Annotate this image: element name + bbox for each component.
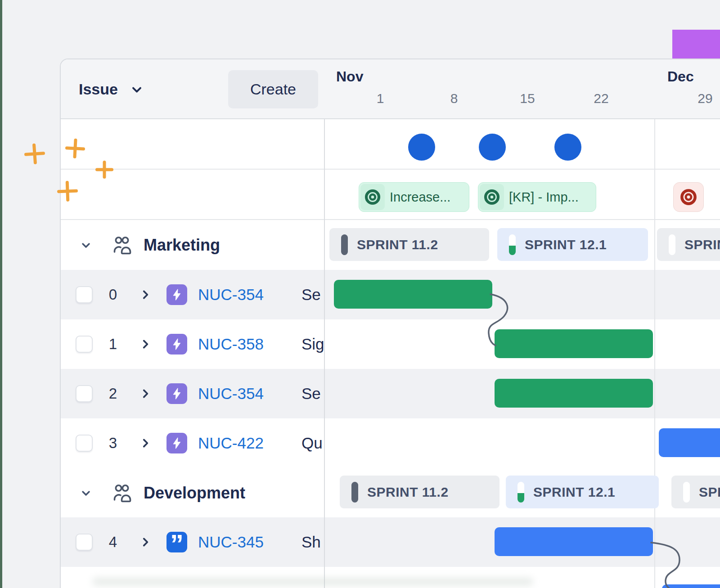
row-checkbox[interactable] xyxy=(76,336,93,353)
month-label-nov: Nov xyxy=(336,68,363,85)
chevron-down-icon[interactable] xyxy=(80,487,92,499)
sprint-badge[interactable]: SPRINT 12.1 xyxy=(497,228,648,261)
issue-key-link[interactable]: NUC-422 xyxy=(198,434,276,452)
goal-label: [KR] - Imp... xyxy=(509,190,579,205)
epic-icon xyxy=(166,284,187,305)
issue-dropdown-label: Issue xyxy=(79,81,118,98)
sprint-status-pill xyxy=(341,234,348,255)
issue-key-link[interactable]: NUC-354 xyxy=(198,286,276,304)
row-index: 3 xyxy=(93,435,133,452)
issue-summary: Sh xyxy=(302,533,321,551)
blurred-next-row xyxy=(92,578,533,586)
sprint-status-pill xyxy=(669,234,675,255)
release-dot[interactable] xyxy=(408,134,435,161)
group-name: Development xyxy=(144,484,245,503)
sprint-badge[interactable]: SPRINT xyxy=(671,476,720,508)
timeline-panel: Issue Create Nov Dec 1 8 15 22 29 Increa… xyxy=(60,58,720,588)
sprint-status-pill xyxy=(518,482,524,503)
sprint-badge[interactable]: SPRINT 11.2 xyxy=(340,476,500,508)
epic-icon xyxy=(166,433,187,453)
target-icon xyxy=(679,187,698,207)
row-index: 1 xyxy=(93,336,133,353)
week-tick: 8 xyxy=(450,91,458,106)
release-dots-row xyxy=(61,119,720,170)
sprint-label: SPRINT xyxy=(684,237,720,252)
sprint-label: SPRINT xyxy=(699,485,720,500)
issue-row[interactable]: 1 NUC-358 Sig xyxy=(61,319,324,369)
target-icon xyxy=(480,184,504,210)
pane-divider[interactable] xyxy=(324,59,325,588)
create-button[interactable]: Create xyxy=(228,70,318,108)
release-dot[interactable] xyxy=(479,134,506,161)
goal-badge[interactable]: Increase... xyxy=(359,182,469,212)
create-button-label: Create xyxy=(250,81,296,98)
gantt-bar-green[interactable] xyxy=(495,379,653,408)
sprint-badge[interactable]: SPRINT 11.2 xyxy=(329,228,489,261)
issue-summary: Se xyxy=(302,385,321,403)
group-name: Marketing xyxy=(144,236,220,255)
gantt-bar-blue[interactable] xyxy=(659,428,720,457)
goal-badge[interactable]: [KR] - Imp... xyxy=(478,182,596,212)
row-index: 4 xyxy=(93,534,133,551)
row-checkbox[interactable] xyxy=(76,435,93,452)
issue-key-link[interactable]: NUC-358 xyxy=(198,335,276,353)
sparkle-icon xyxy=(57,180,78,202)
sprint-label: SPRINT 11.2 xyxy=(357,237,438,252)
epic-icon xyxy=(166,334,187,355)
row-checkbox[interactable] xyxy=(76,385,93,402)
left-accent-strip xyxy=(0,0,2,588)
panel-header xyxy=(61,59,720,119)
sprint-status-pill xyxy=(509,234,516,255)
sprint-label: SPRINT 11.2 xyxy=(367,485,449,500)
chevron-right-icon[interactable] xyxy=(140,289,151,301)
week-tick: 1 xyxy=(377,91,384,106)
gantt-bar-green[interactable] xyxy=(334,280,492,309)
goal-label: Increase... xyxy=(390,190,450,205)
group-row-marketing[interactable]: Marketing xyxy=(61,220,324,270)
sprint-badge[interactable]: SPRINT 12.1 xyxy=(506,476,659,508)
group-row-development[interactable]: Development xyxy=(61,468,324,518)
gantt-bar-blue[interactable] xyxy=(662,584,720,588)
sparkle-icon xyxy=(95,161,113,179)
goal-badge-red[interactable] xyxy=(673,182,704,212)
team-icon xyxy=(111,234,133,256)
issue-row[interactable]: 2 NUC-354 Se xyxy=(61,369,324,418)
sparkle-icon xyxy=(65,138,86,159)
gantt-bar-green[interactable] xyxy=(495,329,653,358)
chevron-down-icon xyxy=(130,82,144,97)
issue-summary: Qu xyxy=(302,434,323,452)
issue-summary: Se xyxy=(302,286,321,304)
chevron-down-icon[interactable] xyxy=(80,239,92,251)
row-checkbox[interactable] xyxy=(76,286,93,303)
chevron-right-icon[interactable] xyxy=(140,338,151,350)
story-quote-icon: ” xyxy=(166,532,187,552)
week-tick: 15 xyxy=(520,91,535,106)
week-tick: 29 xyxy=(698,91,712,106)
week-tick: 22 xyxy=(594,91,608,106)
sprint-label: SPRINT 12.1 xyxy=(533,485,615,500)
chevron-right-icon[interactable] xyxy=(140,536,151,548)
row-index: 2 xyxy=(93,385,133,402)
purple-accent-shape xyxy=(672,30,720,60)
target-icon xyxy=(360,184,385,210)
month-label-dec: Dec xyxy=(667,68,694,85)
release-dot[interactable] xyxy=(554,134,581,161)
issue-key-link[interactable]: NUC-354 xyxy=(198,385,276,403)
sprint-label: SPRINT 12.1 xyxy=(525,237,607,252)
row-checkbox[interactable] xyxy=(76,534,93,551)
month-gridline-dec xyxy=(654,59,655,588)
sprint-badge[interactable]: SPRINT xyxy=(657,228,720,261)
issue-key-link[interactable]: NUC-345 xyxy=(198,533,276,551)
team-icon xyxy=(111,482,133,504)
issue-type-dropdown[interactable]: Issue xyxy=(79,59,144,119)
sparkle-icon xyxy=(23,143,45,165)
sprint-status-pill xyxy=(683,482,690,503)
chevron-right-icon[interactable] xyxy=(140,388,151,399)
gantt-bar-blue[interactable] xyxy=(495,527,653,556)
chevron-right-icon[interactable] xyxy=(140,437,151,449)
issue-row[interactable]: 3 NUC-422 Qu xyxy=(61,418,324,468)
issue-row[interactable]: 0 NUC-354 Se xyxy=(61,270,324,319)
sprint-status-pill xyxy=(351,482,358,503)
issue-row[interactable]: 4 ” NUC-345 Sh xyxy=(61,517,324,567)
row-index: 0 xyxy=(93,286,133,303)
